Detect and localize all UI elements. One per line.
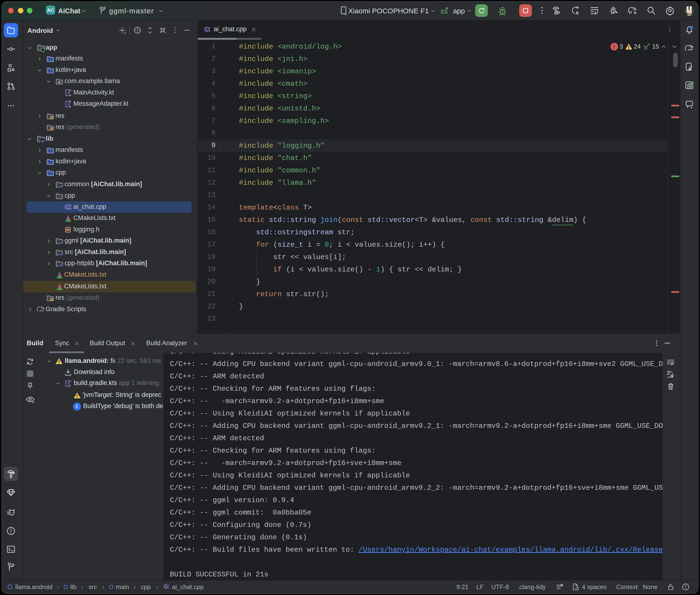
svg-text:C: C [66,205,69,209]
svg-text:A: A [576,10,579,16]
svg-text:C: C [205,27,208,31]
svg-text:C: C [165,585,167,589]
